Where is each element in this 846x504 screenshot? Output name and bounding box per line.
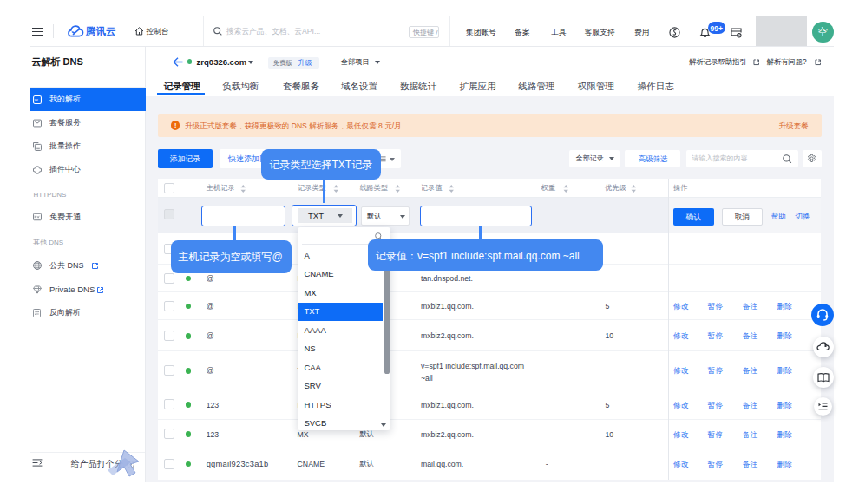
svg-text:w.: w.	[33, 97, 39, 102]
